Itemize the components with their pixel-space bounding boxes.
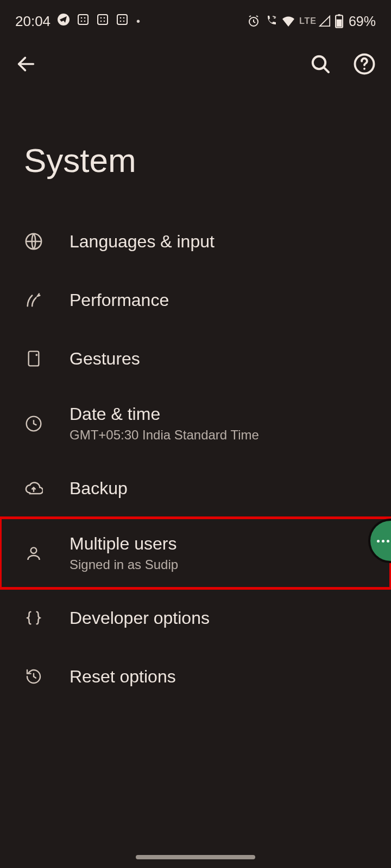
svg-rect-6 [98,15,108,24]
svg-rect-19 [337,20,342,27]
item-languages-input[interactable]: Languages & input [0,212,391,271]
svg-point-5 [84,20,86,22]
svg-point-13 [123,17,125,18]
item-title: Gestures [70,349,140,369]
svg-point-2 [81,17,83,18]
svg-point-22 [363,68,365,70]
notification-icon-2 [96,13,109,30]
notification-more-icon: • [136,15,140,28]
settings-list: Languages & input Performance Gestures D… [0,212,391,706]
item-backup[interactable]: Backup [0,459,391,518]
telegram-icon [57,13,70,30]
svg-point-15 [123,20,125,22]
alarm-icon [247,15,260,28]
app-bar [0,33,391,81]
svg-rect-18 [338,14,340,16]
clock-icon [24,414,43,433]
performance-icon [24,290,43,310]
person-icon [24,544,43,563]
item-gestures[interactable]: Gestures [0,329,391,388]
item-title: Developer options [70,608,210,628]
svg-point-12 [120,17,122,18]
svg-point-3 [84,17,86,18]
item-developer-options[interactable]: Developer options [0,589,391,647]
signal-icon [319,15,331,27]
svg-point-4 [81,20,83,22]
notification-icon-1 [77,13,90,30]
item-multiple-users[interactable]: Multiple users Signed in as Sudip [0,518,391,589]
wifi-icon [282,15,295,27]
status-bar: 20:04 • LTE 69% [0,0,391,33]
svg-point-8 [104,17,105,18]
item-title: Languages & input [70,232,215,252]
reset-icon [24,667,43,686]
status-right: LTE 69% [247,14,376,29]
svg-point-26 [31,547,37,553]
svg-rect-1 [78,15,88,24]
status-left: 20:04 • [15,13,140,30]
notification-icon-3 [116,13,129,30]
cloud-upload-icon [24,478,43,498]
item-performance[interactable]: Performance [0,271,391,329]
back-button[interactable] [15,53,37,77]
item-subtitle: Signed in as Sudip [70,557,178,572]
svg-point-10 [104,20,105,22]
svg-point-7 [100,17,102,18]
item-date-time[interactable]: Date & time GMT+05:30 India Standard Tim… [0,388,391,459]
help-button[interactable] [353,53,376,78]
item-title: Multiple users [70,534,178,554]
svg-point-14 [120,20,122,22]
svg-rect-24 [29,352,39,366]
item-reset-options[interactable]: Reset options [0,647,391,706]
battery-icon [335,14,343,28]
gesture-handle[interactable] [136,855,255,859]
item-title: Date & time [70,404,259,424]
gestures-icon [24,349,43,368]
item-title: Reset options [70,667,176,687]
globe-icon [24,232,43,251]
svg-point-9 [100,20,102,22]
item-title: Performance [70,290,169,310]
search-button[interactable] [310,53,331,77]
svg-rect-11 [117,15,127,24]
wifi-calling-icon [264,15,278,28]
item-subtitle: GMT+05:30 India Standard Time [70,427,259,443]
battery-percent: 69% [349,14,376,29]
item-title: Backup [70,478,128,499]
braces-icon [24,608,43,628]
page-title: System [0,81,391,212]
status-time: 20:04 [15,13,51,30]
network-type: LTE [299,16,317,26]
